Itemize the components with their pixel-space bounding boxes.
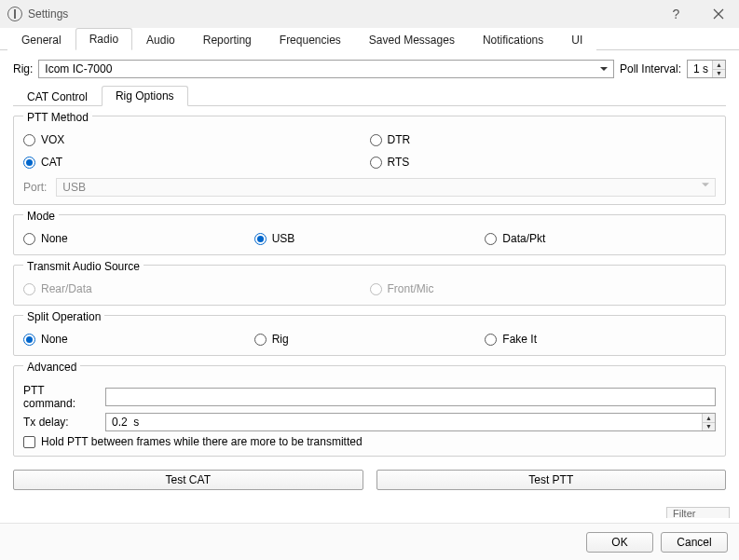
mode-data-radio[interactable]: Data/Pkt: [485, 232, 716, 245]
radio-icon: [254, 233, 267, 245]
advanced-title: Advanced: [23, 361, 80, 374]
ptt-rts-radio[interactable]: RTS: [370, 156, 717, 169]
poll-interval-spinbox[interactable]: ▲ ▼: [687, 60, 726, 78]
mode-data-label: Data/Pkt: [502, 232, 545, 245]
tx-audio-rear-radio: Rear/Data: [23, 282, 370, 295]
tab-ui[interactable]: UI: [557, 29, 596, 50]
subtab-cat-control[interactable]: CAT Control: [13, 87, 102, 106]
tx-delay-up[interactable]: ▲: [703, 414, 715, 423]
footer: OK Cancel: [0, 523, 739, 560]
tx-delay-down[interactable]: ▼: [703, 423, 715, 431]
advanced-group: Advanced PTT command: Tx delay: ▲ ▼ Hold…: [13, 365, 726, 457]
poll-interval-label: Poll Interval:: [620, 62, 681, 75]
radio-icon: [370, 283, 382, 295]
radio-icon: [485, 334, 497, 346]
background-filter-tab: Filter: [666, 507, 730, 518]
rig-select[interactable]: Icom IC-7000: [38, 60, 614, 78]
tab-frequencies[interactable]: Frequencies: [266, 29, 355, 50]
hold-ptt-checkbox[interactable]: Hold PTT between frames while there are …: [23, 435, 716, 448]
test-ptt-button[interactable]: Test PTT: [376, 470, 727, 490]
mode-none-radio[interactable]: None: [23, 232, 254, 245]
tab-notifications[interactable]: Notifications: [469, 29, 557, 50]
subtab-rig-options[interactable]: Rig Options: [102, 86, 188, 106]
close-button[interactable]: [697, 0, 739, 28]
radio-icon: [370, 134, 382, 146]
tab-radio[interactable]: Radio: [75, 28, 132, 50]
help-button[interactable]: ?: [655, 0, 697, 28]
radio-icon: [370, 157, 382, 169]
split-none-radio[interactable]: None: [23, 333, 254, 346]
tx-audio-rear-label: Rear/Data: [41, 282, 92, 295]
mode-usb-label: USB: [272, 232, 295, 245]
mode-usb-radio[interactable]: USB: [254, 232, 486, 245]
ptt-port-value: USB: [62, 181, 86, 194]
ok-label: OK: [611, 536, 627, 549]
radio-icon: [254, 334, 267, 346]
tx-delay-input[interactable]: [106, 414, 702, 430]
app-icon: [7, 7, 22, 21]
split-group: Split Operation None Rig: [13, 315, 726, 356]
ptt-cat-radio[interactable]: CAT: [23, 156, 370, 169]
ptt-command-input[interactable]: [105, 388, 716, 406]
poll-down[interactable]: ▼: [713, 70, 725, 78]
tab-audio[interactable]: Audio: [132, 29, 189, 50]
close-icon: [713, 8, 724, 20]
split-title: Split Operation: [23, 310, 104, 323]
ok-button[interactable]: OK: [586, 532, 653, 553]
test-cat-button[interactable]: Test CAT: [13, 470, 363, 490]
cancel-button[interactable]: Cancel: [661, 532, 728, 553]
ptt-rts-label: RTS: [388, 156, 410, 169]
split-none-label: None: [41, 333, 68, 346]
content-area: Rig: Icom IC-7000 Poll Interval: ▲ ▼ CAT…: [0, 50, 739, 523]
mode-title: Mode: [23, 210, 59, 223]
rig-label: Rig:: [13, 62, 33, 75]
ptt-dtr-label: DTR: [388, 133, 411, 146]
tx-audio-group: Transmit Audio Source Rear/Data Front/Mi…: [13, 265, 726, 306]
tx-audio-front-radio: Front/Mic: [370, 282, 717, 295]
sub-tabs: CAT Control Rig Options: [13, 86, 726, 106]
test-ptt-label: Test PTT: [528, 473, 573, 486]
radio-icon: [23, 283, 35, 295]
cancel-label: Cancel: [677, 536, 711, 549]
split-rig-radio[interactable]: Rig: [254, 333, 486, 346]
ptt-vox-label: VOX: [41, 133, 64, 146]
ptt-port-select: USB: [56, 178, 716, 197]
checkbox-icon: [23, 436, 35, 448]
split-fake-label: Fake It: [502, 333, 537, 346]
ptt-command-label: PTT command:: [23, 384, 98, 410]
tx-delay-label: Tx delay:: [23, 416, 98, 429]
poll-up[interactable]: ▲: [713, 61, 725, 70]
tx-audio-front-label: Front/Mic: [388, 282, 434, 295]
split-rig-label: Rig: [272, 333, 289, 346]
rig-value: Icom IC-7000: [45, 62, 112, 75]
radio-icon: [485, 233, 497, 245]
radio-icon: [23, 134, 35, 146]
ptt-port-row: Port: USB: [23, 178, 716, 197]
ptt-method-group: PTT Method VOX CAT DTR: [13, 116, 726, 205]
window-title: Settings: [28, 7, 68, 20]
test-cat-label: Test CAT: [166, 473, 211, 486]
tab-reporting[interactable]: Reporting: [189, 29, 266, 50]
tx-delay-spinbox[interactable]: ▲ ▼: [105, 413, 716, 431]
split-fake-radio[interactable]: Fake It: [485, 333, 716, 346]
ptt-cat-label: CAT: [41, 156, 62, 169]
mode-group: Mode None USB: [13, 214, 726, 255]
rig-row: Rig: Icom IC-7000 Poll Interval: ▲ ▼: [13, 60, 726, 78]
radio-icon: [23, 157, 35, 169]
tx-audio-title: Transmit Audio Source: [23, 260, 144, 273]
poll-interval-input[interactable]: [688, 61, 712, 77]
radio-icon: [23, 233, 35, 245]
mode-none-label: None: [41, 232, 68, 245]
tab-saved-messages[interactable]: Saved Messages: [355, 29, 469, 50]
hold-ptt-label: Hold PTT between frames while there are …: [41, 435, 363, 448]
ptt-port-label: Port:: [23, 181, 47, 194]
ptt-dtr-radio[interactable]: DTR: [370, 133, 717, 146]
test-row: Test CAT Test PTT: [13, 470, 726, 490]
tab-general[interactable]: General: [7, 29, 75, 50]
titlebar: Settings ?: [0, 0, 739, 28]
ptt-vox-radio[interactable]: VOX: [23, 133, 370, 146]
ptt-method-title: PTT Method: [23, 111, 92, 124]
radio-icon: [23, 334, 35, 346]
main-tabs: General Radio Audio Reporting Frequencie…: [0, 28, 739, 50]
